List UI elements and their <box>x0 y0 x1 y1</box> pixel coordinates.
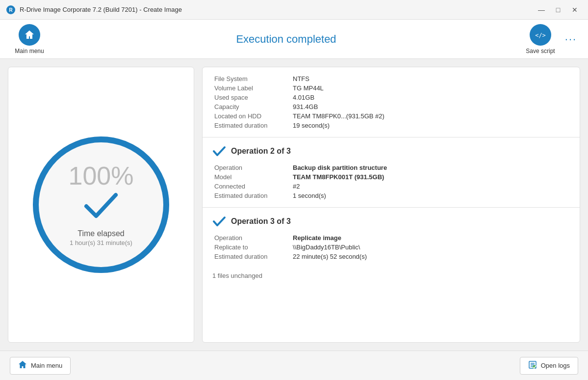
footer-home-icon <box>18 360 27 371</box>
operation-title: Operation 2 of 3 <box>231 147 291 156</box>
time-elapsed-value: 1 hour(s) 31 minute(s) <box>70 239 132 246</box>
table-row: ModelTEAM TM8FPK001T (931.5GB) <box>212 172 570 182</box>
operation-header: Operation 2 of 3 <box>212 144 570 158</box>
open-logs-icon <box>528 360 537 371</box>
operation-card: Operation 3 of 3OperationReplicate image… <box>203 208 580 268</box>
table-row: Estimated duration1 second(s) <box>212 191 570 200</box>
save-script-icon: </> <box>530 24 551 46</box>
table-row: Estimated duration22 minute(s) 52 second… <box>212 252 570 261</box>
operation-header: Operation 3 of 3 <box>212 215 570 228</box>
table-row: OperationReplicate image <box>212 233 570 243</box>
main-menu-label: Main menu <box>15 48 44 54</box>
open-logs-label: Open logs <box>541 362 570 369</box>
table-row: Replicate to\\BigDaddy16TB\Public\ <box>212 243 570 252</box>
window-controls: — □ ✕ <box>534 4 582 16</box>
operations-panel: File SystemNTFSVolume LabelTG MP44LUsed … <box>202 67 580 343</box>
window-title: R-Drive Image Corporate 7.2 (Build 7201)… <box>20 6 534 13</box>
time-elapsed-label: Time elapsed <box>77 229 124 238</box>
operation-table: OperationBackup disk partition structure… <box>212 163 570 200</box>
table-row: Estimated duration19 second(s) <box>212 121 570 130</box>
operation-table: OperationReplicate imageReplicate to\\Bi… <box>212 233 570 261</box>
svg-text:R: R <box>9 7 13 13</box>
svg-text:</>: </> <box>535 32 546 39</box>
progress-circle: 100% Time elapsed 1 hour(s) 31 minute(s) <box>30 134 172 276</box>
more-dots-icon: ··· <box>565 34 577 45</box>
operation-check-icon <box>212 144 226 158</box>
operation-title: Operation 3 of 3 <box>231 217 291 226</box>
table-row: Volume LabelTG MP44L <box>212 83 570 93</box>
progress-percent: 100% <box>69 163 134 189</box>
toolbar-center: Execution completed <box>49 33 523 46</box>
app-logo-icon: R <box>6 5 16 15</box>
maximize-button[interactable]: □ <box>551 4 565 16</box>
more-menu-button[interactable]: ··· <box>563 34 578 45</box>
operation-card: Operation 2 of 3OperationBackup disk par… <box>203 137 580 208</box>
close-button[interactable]: ✕ <box>567 4 582 16</box>
page-title: Execution completed <box>236 33 336 45</box>
info-section: File SystemNTFSVolume LabelTG MP44LUsed … <box>203 67 580 137</box>
progress-panel: 100% Time elapsed 1 hour(s) 31 minute(s) <box>8 67 194 343</box>
table-row: Connected#2 <box>212 182 570 191</box>
footer-main-menu-label: Main menu <box>31 362 62 369</box>
footer: Main menu Open logs <box>0 351 588 380</box>
footer-main-menu-button[interactable]: Main menu <box>10 357 71 375</box>
operations-scroll[interactable]: File SystemNTFSVolume LabelTG MP44LUsed … <box>203 67 580 342</box>
save-script-button[interactable]: </> Save script <box>523 24 558 54</box>
main-content: 100% Time elapsed 1 hour(s) 31 minute(s)… <box>0 59 588 351</box>
toolbar: Main menu Execution completed </> Save s… <box>0 20 588 59</box>
minimize-button[interactable]: — <box>534 4 549 16</box>
home-icon <box>19 24 40 46</box>
table-row: Used space4.01GB <box>212 93 570 102</box>
table-row: OperationBackup disk partition structure <box>212 163 570 172</box>
info-table: File SystemNTFSVolume LabelTG MP44LUsed … <box>212 74 570 130</box>
table-row: Located on HDDTEAM TM8FPK0...(931.5GB #2… <box>212 111 570 121</box>
main-menu-button[interactable]: Main menu <box>10 24 49 54</box>
table-row: File SystemNTFS <box>212 74 570 83</box>
extra-text: 1 files unchanged <box>203 268 580 283</box>
save-script-label: Save script <box>526 48 555 54</box>
checkmark-icon <box>84 192 118 226</box>
open-logs-button[interactable]: Open logs <box>520 357 578 375</box>
table-row: Capacity931.4GB <box>212 102 570 111</box>
toolbar-right: </> Save script ··· <box>523 24 578 54</box>
operation-check-icon <box>212 215 226 228</box>
circle-inner: 100% Time elapsed 1 hour(s) 31 minute(s) <box>39 142 163 267</box>
title-bar: R R-Drive Image Corporate 7.2 (Build 720… <box>0 0 588 20</box>
